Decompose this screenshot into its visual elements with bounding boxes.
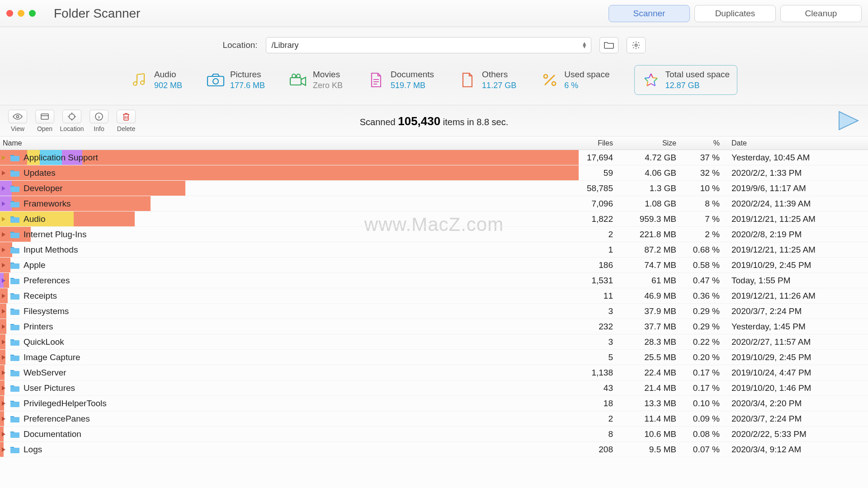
table-row[interactable]: Updates594.06 GB32 %2020/2/2, 1:33 PM	[0, 165, 868, 181]
disclosure-triangle-icon[interactable]	[1, 385, 6, 391]
cell-pct: 0.09 %	[684, 414, 728, 424]
disclosure-triangle-icon[interactable]	[1, 170, 6, 176]
toolbar-buttons: View Open Location Info Delete	[6, 110, 137, 132]
table-row[interactable]: Preferences1,53161 MB0.47 %Today, 1:55 P…	[0, 273, 868, 288]
col-header-name[interactable]: Name	[0, 139, 571, 147]
cell-pct: 0.47 %	[684, 276, 728, 286]
folder-name: Updates	[24, 168, 56, 178]
table-row[interactable]: PrivilegedHelperTools1813.3 MB0.10 %2020…	[0, 396, 868, 411]
open-button[interactable]: Open	[33, 110, 56, 132]
folder-name: PrivilegedHelperTools	[24, 399, 107, 408]
disclosure-triangle-icon[interactable]	[1, 355, 6, 360]
cell-pct: 10 %	[684, 183, 728, 193]
table-row[interactable]: Filesystems337.9 MB0.29 %2020/3/7, 2:24 …	[0, 304, 868, 319]
table-row[interactable]: Receipts1146.9 MB0.36 %2019/12/21, 11:26…	[0, 288, 868, 304]
disclosure-triangle-icon[interactable]	[1, 401, 6, 406]
folder-icon	[10, 215, 20, 223]
cell-date: 2019/10/29, 2:45 PM	[728, 260, 868, 270]
cell-pct: 8 %	[684, 199, 728, 209]
svg-point-6	[292, 74, 296, 78]
disclosure-triangle-icon[interactable]	[1, 339, 6, 345]
cell-size: 13.3 MB	[621, 399, 684, 408]
info-button[interactable]: Info	[88, 110, 110, 132]
table-row[interactable]: Image Capture525.5 MB0.20 %2019/10/29, 2…	[0, 350, 868, 365]
table-row[interactable]: Printers23237.7 MB0.29 %Yesterday, 1:45 …	[0, 319, 868, 334]
table-row[interactable]: Documentation810.6 MB0.08 %2020/2/22, 5:…	[0, 427, 868, 442]
folder-open-icon	[604, 41, 614, 49]
table-row[interactable]: Developer58,7851.3 GB10 %2019/9/6, 11:17…	[0, 181, 868, 196]
play-icon	[837, 111, 860, 131]
table-row[interactable]: Input Methods187.2 MB0.68 %2019/12/21, 1…	[0, 242, 868, 258]
close-window-button[interactable]	[6, 10, 13, 17]
cell-date: 2020/2/27, 11:57 AM	[728, 337, 868, 347]
cell-size: 9.5 MB	[621, 445, 684, 455]
location-dropdown[interactable]: /Library ▲▼	[266, 37, 591, 53]
disclosure-triangle-icon[interactable]	[1, 447, 6, 452]
folder-name: Input Methods	[24, 245, 78, 255]
table-row[interactable]: WebServer1,13822.4 MB0.17 %2019/10/24, 4…	[0, 365, 868, 380]
tab-duplicates[interactable]: Duplicates	[694, 5, 776, 22]
stat-documents: Documents519.7 MB	[367, 69, 434, 91]
cell-files: 232	[571, 322, 621, 332]
cell-files: 1	[571, 245, 621, 255]
col-header-size[interactable]: Size	[621, 139, 684, 147]
tab-scanner[interactable]: Scanner	[609, 5, 690, 22]
play-button[interactable]	[837, 111, 860, 131]
table-body: www.MacZ.com Application Support17,6944.…	[0, 150, 868, 457]
table-header: Name Files Size % Date	[0, 136, 868, 150]
cell-size: 28.3 MB	[621, 337, 684, 347]
disclosure-triangle-icon[interactable]	[1, 324, 6, 329]
percent-icon	[541, 72, 559, 88]
crosshair-icon	[67, 112, 76, 121]
disclosure-triangle-icon[interactable]	[1, 370, 6, 375]
tab-cleanup[interactable]: Cleanup	[780, 5, 862, 22]
open-icon	[40, 113, 49, 120]
cell-pct: 0.10 %	[684, 399, 728, 408]
gear-icon	[632, 41, 641, 50]
delete-button[interactable]: Delete	[115, 110, 137, 132]
location-button[interactable]: Location	[61, 110, 83, 132]
zoom-window-button[interactable]	[29, 10, 36, 17]
disclosure-triangle-icon[interactable]	[1, 247, 6, 253]
stat-total-used-space[interactable]: Total used space12.87 GB	[634, 65, 738, 95]
disclosure-triangle-icon[interactable]	[1, 186, 6, 191]
cell-size: 1.3 GB	[621, 183, 684, 193]
disclosure-triangle-icon[interactable]	[1, 216, 6, 222]
stats-row: Audio902 MB Pictures177.6 MB MoviesZero …	[0, 53, 868, 105]
settings-button[interactable]	[627, 37, 646, 53]
col-header-files[interactable]: Files	[571, 139, 621, 147]
folder-icon	[10, 200, 20, 208]
table-row[interactable]: User Pictures4321.4 MB0.17 %2019/10/20, …	[0, 380, 868, 396]
disclosure-triangle-icon[interactable]	[1, 432, 6, 437]
disclosure-triangle-icon[interactable]	[1, 278, 6, 283]
table-row[interactable]: PreferencePanes211.4 MB0.09 %2020/3/7, 2…	[0, 411, 868, 427]
table-row[interactable]: Apple18674.7 MB0.58 %2019/10/29, 2:45 PM	[0, 258, 868, 273]
browse-folder-button[interactable]	[599, 37, 618, 53]
folder-icon	[10, 261, 20, 269]
cell-files: 1,531	[571, 276, 621, 286]
folder-name: Receipts	[24, 291, 57, 301]
disclosure-triangle-icon[interactable]	[1, 201, 6, 206]
folder-name: Filesystems	[24, 306, 69, 316]
table-row[interactable]: Application Support17,6944.72 GB37 %Yest…	[0, 150, 868, 165]
table-row[interactable]: Logs2089.5 MB0.07 %2020/3/4, 9:12 AM	[0, 442, 868, 457]
eye-icon	[13, 113, 23, 120]
table-row[interactable]: Frameworks7,0961.08 GB8 %2020/2/24, 11:3…	[0, 196, 868, 211]
cell-date: 2020/3/7, 2:24 PM	[728, 306, 868, 316]
disclosure-triangle-icon[interactable]	[1, 293, 6, 299]
cell-pct: 0.07 %	[684, 445, 728, 455]
minimize-window-button[interactable]	[18, 10, 24, 17]
table-row[interactable]: Internet Plug-Ins2221.8 MB2 %2020/2/8, 2…	[0, 227, 868, 242]
view-button[interactable]: View	[6, 110, 29, 132]
col-header-pct[interactable]: %	[684, 139, 728, 147]
disclosure-triangle-icon[interactable]	[1, 155, 6, 160]
table-row[interactable]: Audio1,822959.3 MB7 %2019/12/21, 11:25 A…	[0, 211, 868, 227]
disclosure-triangle-icon[interactable]	[1, 309, 6, 314]
table-row[interactable]: QuickLook328.3 MB0.22 %2020/2/27, 11:57 …	[0, 334, 868, 350]
cell-pct: 0.17 %	[684, 368, 728, 378]
disclosure-triangle-icon[interactable]	[1, 232, 6, 237]
cell-date: 2020/2/8, 2:19 PM	[728, 230, 868, 239]
disclosure-triangle-icon[interactable]	[1, 263, 6, 268]
disclosure-triangle-icon[interactable]	[1, 416, 6, 422]
col-header-date[interactable]: Date	[728, 139, 868, 147]
